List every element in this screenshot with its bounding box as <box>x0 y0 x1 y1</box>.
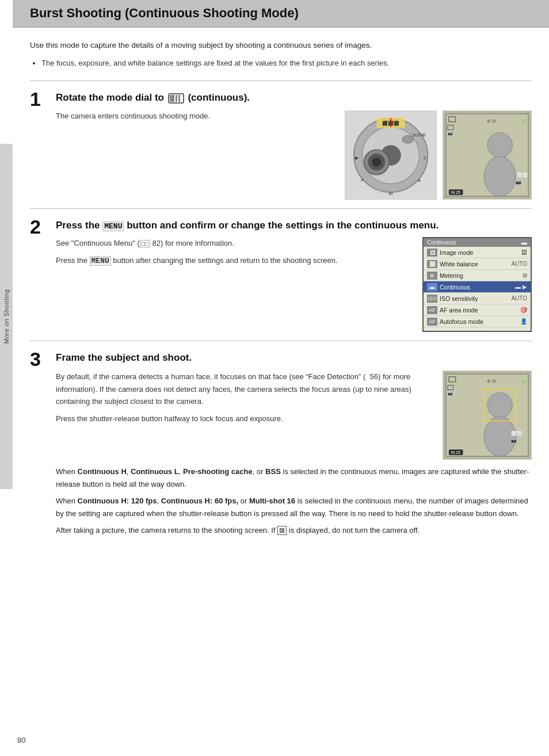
step-2: 2 Press the MENU button and confirm or c… <box>30 208 532 338</box>
svg-rect-3 <box>178 95 180 102</box>
svg-text:⊕  ⊟: ⊕ ⊟ <box>487 379 496 384</box>
bold-60fps: Continuous H: 60 fps, <box>161 497 238 505</box>
step-3-title: Frame the subject and shoot. <box>56 352 532 365</box>
svg-text:⬜⬜: ⬜⬜ <box>517 172 528 178</box>
warning-block-1: When Continuous H, Continuous L, Pre-sho… <box>56 465 532 537</box>
warning-1-text: When Continuous H, Continuous L, Pre-sho… <box>56 465 532 490</box>
step-1: 1 Rotate the mode dial to (continuous). … <box>30 81 532 205</box>
menu-label-iso: ISO sensitivity <box>440 295 511 302</box>
svg-text:IN 25: IN 25 <box>451 450 460 455</box>
bold-120fps: Continuous H: 120 fps <box>78 497 157 505</box>
title-bar: Burst Shooting (Continuous Shooting Mode… <box>13 0 549 28</box>
screen-svg-1: ⊕ ⊟ 🔋 📷 ⬜⬜ <box>443 111 531 199</box>
svg-point-30 <box>484 156 516 196</box>
page-title: Burst Shooting (Continuous Shooting Mode… <box>30 6 532 21</box>
svg-text:IN 25: IN 25 <box>451 190 460 194</box>
menu-icon-continuous: ▬ <box>427 283 437 291</box>
step-3-desc2: Press the shutter-release button halfway… <box>56 413 434 425</box>
menu-value-image-mode: 🖼 <box>521 249 527 255</box>
menu-value-metering: ⊞ <box>523 272 527 278</box>
menu-title-icon: ▬ <box>521 239 527 246</box>
menu-icon-autofocus: AF <box>427 318 437 326</box>
menu-screen: Continuous ▬ 🖼 Image mode 🖼 ⬜ White bala… <box>422 237 532 332</box>
menu-label-af-area: AF area mode <box>440 307 520 314</box>
step-1-text: The camera enters continuous shooting mo… <box>56 110 336 200</box>
svg-point-29 <box>487 133 512 158</box>
svg-text:🔋: 🔋 <box>521 378 527 384</box>
step-1-header: 1 Rotate the mode dial to (continuous). … <box>30 91 532 200</box>
menu-title-label: Continuous <box>427 239 456 246</box>
bullet-item: The focus, exposure, and white balance s… <box>41 58 532 70</box>
menu-icon-image-mode: 🖼 <box>427 249 437 257</box>
menu-label-image-mode: Image mode <box>440 249 521 256</box>
sidebar: More on Shooting <box>0 144 13 489</box>
svg-text:S: S <box>424 155 426 161</box>
svg-text:A: A <box>418 178 421 184</box>
svg-text:📷: 📷 <box>448 391 453 396</box>
sidebar-label: More on Shooting <box>3 289 10 344</box>
step-3-header: 3 Frame the subject and shoot. By defaul… <box>30 352 532 541</box>
step-3-desc1: By default, if the camera detects a huma… <box>56 371 434 407</box>
svg-point-21 <box>402 136 414 144</box>
step-3: 3 Frame the subject and shoot. By defaul… <box>30 341 532 547</box>
svg-point-42 <box>487 393 512 418</box>
menu-row-white-balance: ⬜ White balance AUTO <box>424 258 531 270</box>
bold-continuous-h: Continuous H <box>78 467 127 476</box>
svg-rect-1 <box>170 95 174 102</box>
bold-continuous-l: Continuous L <box>131 467 179 476</box>
menu-value-autofocus: 👤 <box>520 318 527 324</box>
svg-text:M: M <box>389 191 393 196</box>
svg-text:▶: ▶ <box>355 155 359 161</box>
menu-row-autofocus-mode: AF Autofocus mode 👤 <box>424 316 531 327</box>
page-number: 80 <box>17 736 25 744</box>
menu-row-iso: ISO ISO sensitivity AUTO <box>424 293 531 304</box>
screen-svg-2: ⊕ ⊟ 🔋 📷 ⬜⬜ 📷 <box>443 371 531 459</box>
step-3-content: By default, if the camera detects a huma… <box>56 371 532 460</box>
menu-value-iso: AUTO <box>511 295 527 301</box>
step-3-text: By default, if the camera detects a huma… <box>56 371 434 460</box>
svg-text:⊕  ⊟: ⊕ ⊟ <box>487 119 496 124</box>
main-content: Burst Shooting (Continuous Shooting Mode… <box>13 0 549 567</box>
bullet-list: The focus, exposure, and white balance s… <box>41 58 532 70</box>
bold-multishot: Multi-shot 16 <box>249 497 295 505</box>
svg-point-20 <box>372 158 381 167</box>
menu-symbol-1: MENU <box>102 222 124 231</box>
step-2-title: Press the MENU button and confirm or cha… <box>56 219 532 232</box>
bold-pre-shooting: Pre-shooting cache <box>183 467 253 476</box>
menu-value-continuous: ▬ ▶ <box>515 284 527 290</box>
menu-row-continuous: ▬ Continuous ▬ ▶ <box>424 281 531 293</box>
camera-dial-image: TQ❋ SCENE S A M P ▶ ⬛⬛⬛ <box>345 110 437 200</box>
step-2-text: See "Continuous Menu" (□□ 82) for more i… <box>56 237 417 332</box>
menu-label-continuous: Continuous <box>440 284 515 291</box>
menu-label-autofocus: Autofocus mode <box>440 318 520 325</box>
menu-value-white-balance: AUTO <box>511 261 527 267</box>
menu-icon-af-area: AF <box>427 306 437 314</box>
menu-icon-white-balance: ⬜ <box>427 260 437 268</box>
step-2-content: See "Continuous Menu" (□□ 82) for more i… <box>56 237 532 332</box>
step-1-desc: The camera enters continuous shooting mo… <box>56 110 336 123</box>
step-1-number: 1 <box>30 89 47 109</box>
warning-2-text: When Continuous H: 120 fps, Continuous H… <box>56 495 532 520</box>
continuous-icon <box>168 93 184 104</box>
step-1-title: Rotate the mode dial to (continuous). <box>56 91 532 105</box>
svg-text:🔋: 🔋 <box>521 118 527 124</box>
bold-bss: BSS <box>265 467 281 476</box>
menu-label-metering: Metering <box>440 272 523 279</box>
menu-row-af-area: AF AF area mode 🎯 <box>424 304 531 316</box>
camera-screen-image-1: ⊕ ⊟ 🔋 📷 ⬜⬜ <box>443 110 532 200</box>
menu-row-metering: ⊞ Metering ⊞ <box>424 270 531 281</box>
svg-text:⬜⬜: ⬜⬜ <box>511 430 523 436</box>
menu-title-row: Continuous ▬ <box>424 238 531 247</box>
step-3-number: 3 <box>30 349 47 369</box>
warning-3-text: After taking a picture, the camera retur… <box>56 524 532 537</box>
menu-row-image-mode: 🖼 Image mode 🖼 <box>424 247 531 258</box>
step-2-header: 2 Press the MENU button and confirm or c… <box>30 219 532 332</box>
step-1-content: The camera enters continuous shooting mo… <box>56 110 532 200</box>
step-1-images: TQ❋ SCENE S A M P ▶ ⬛⬛⬛ <box>345 110 532 200</box>
svg-text:SCENE: SCENE <box>412 133 426 138</box>
menu-symbol-2: MENU <box>90 256 111 266</box>
warning-icon: ⊠ <box>277 526 287 535</box>
menu-value-af-area: 🎯 <box>520 307 527 313</box>
step-2-desc1: See "Continuous Menu" (□□ 82) for more i… <box>56 237 417 249</box>
svg-text:P: P <box>361 178 364 184</box>
